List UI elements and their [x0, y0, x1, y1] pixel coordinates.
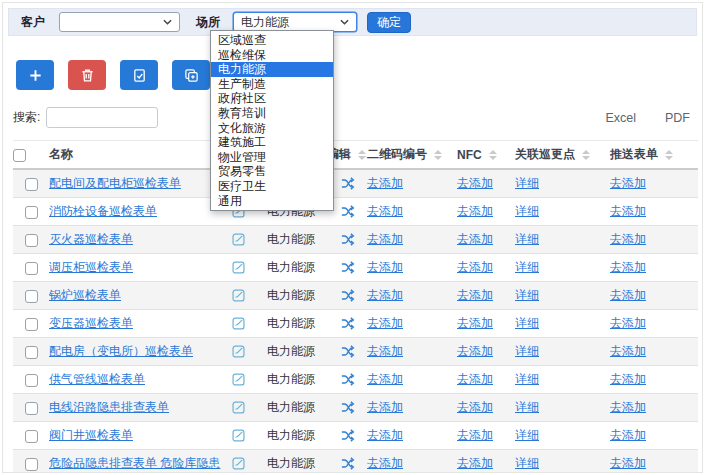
place-option[interactable]: 电力能源	[211, 62, 333, 77]
edit-icon[interactable]	[340, 176, 355, 191]
edit-icon[interactable]	[340, 400, 355, 415]
edit-icon[interactable]	[340, 428, 355, 443]
push-add-link[interactable]: 去添加	[610, 260, 646, 274]
row-checkbox[interactable]	[25, 206, 38, 219]
row-checkbox[interactable]	[25, 430, 38, 443]
row-checkbox[interactable]	[25, 262, 38, 275]
export-pdf-link[interactable]: PDF	[665, 111, 690, 125]
preview-icon[interactable]	[231, 456, 246, 471]
patrol-detail-link[interactable]: 详细	[515, 176, 539, 190]
form-name-link[interactable]: 配电房（变电所）巡检表单	[49, 344, 193, 358]
form-name-link[interactable]: 灭火器巡检表单	[49, 232, 133, 246]
edit-icon[interactable]	[340, 204, 355, 219]
edit-icon[interactable]	[340, 316, 355, 331]
row-checkbox[interactable]	[25, 346, 38, 359]
nfc-add-link[interactable]: 去添加	[457, 176, 493, 190]
form-name-link[interactable]: 供气管线巡检表单	[49, 372, 145, 386]
form-name-link[interactable]: 变压器巡检表单	[49, 316, 133, 330]
row-checkbox[interactable]	[25, 234, 38, 247]
form-name-link[interactable]: 电线沿路隐患排查表单	[49, 400, 169, 414]
nfc-add-link[interactable]: 去添加	[457, 400, 493, 414]
add-button[interactable]	[16, 60, 54, 90]
patrol-detail-link[interactable]: 详细	[515, 232, 539, 246]
qr-add-link[interactable]: 去添加	[367, 456, 403, 470]
push-add-link[interactable]: 去添加	[610, 344, 646, 358]
preview-icon[interactable]	[231, 260, 246, 275]
qr-add-link[interactable]: 去添加	[367, 204, 403, 218]
edit-icon[interactable]	[340, 456, 355, 471]
nfc-add-link[interactable]: 去添加	[457, 456, 493, 470]
push-column-header[interactable]: 推送表单	[610, 141, 698, 170]
nfc-add-link[interactable]: 去添加	[457, 372, 493, 386]
row-checkbox[interactable]	[25, 178, 38, 191]
preview-icon[interactable]	[231, 288, 246, 303]
push-add-link[interactable]: 去添加	[610, 204, 646, 218]
qr-add-link[interactable]: 去添加	[367, 232, 403, 246]
export-excel-link[interactable]: Excel	[605, 111, 636, 125]
row-checkbox[interactable]	[25, 458, 38, 471]
nfc-add-link[interactable]: 去添加	[457, 288, 493, 302]
form-name-link[interactable]: 危险品隐患排查表单 危险库隐患	[49, 456, 220, 470]
patrol-detail-link[interactable]: 详细	[515, 344, 539, 358]
preview-icon[interactable]	[231, 372, 246, 387]
patrol-detail-link[interactable]: 详细	[515, 260, 539, 274]
place-select[interactable]: 电力能源	[233, 12, 357, 32]
form-name-link[interactable]: 消防栓设备巡检表单	[49, 204, 157, 218]
nfc-add-link[interactable]: 去添加	[457, 260, 493, 274]
form-name-link[interactable]: 阀门井巡检表单	[49, 428, 133, 442]
place-option[interactable]: 政府社区	[211, 91, 333, 106]
push-add-link[interactable]: 去添加	[610, 428, 646, 442]
place-option[interactable]: 区域巡查	[211, 33, 333, 48]
place-option[interactable]: 通用	[211, 194, 333, 209]
push-add-link[interactable]: 去添加	[610, 316, 646, 330]
sort-icon[interactable]	[434, 150, 442, 160]
nfc-add-link[interactable]: 去添加	[457, 316, 493, 330]
qr-add-link[interactable]: 去添加	[367, 288, 403, 302]
push-add-link[interactable]: 去添加	[610, 232, 646, 246]
sort-icon[interactable]	[582, 150, 590, 160]
push-add-link[interactable]: 去添加	[610, 176, 646, 190]
place-option[interactable]: 医疗卫生	[211, 179, 333, 194]
edit-icon[interactable]	[340, 288, 355, 303]
qr-add-link[interactable]: 去添加	[367, 400, 403, 414]
qr-add-link[interactable]: 去添加	[367, 316, 403, 330]
push-add-link[interactable]: 去添加	[610, 400, 646, 414]
copy-add-button[interactable]	[172, 60, 210, 90]
row-checkbox[interactable]	[25, 290, 38, 303]
nfc-add-link[interactable]: 去添加	[457, 204, 493, 218]
delete-button[interactable]	[68, 60, 106, 90]
form-name-link[interactable]: 配电间及配电柜巡检表单	[49, 176, 181, 190]
patrol-column-header[interactable]: 关联巡更点	[515, 141, 610, 170]
edit-icon[interactable]	[340, 372, 355, 387]
qr-add-link[interactable]: 去添加	[367, 428, 403, 442]
preview-icon[interactable]	[231, 400, 246, 415]
select-all-checkbox[interactable]	[13, 149, 26, 162]
form-name-link[interactable]: 锅炉巡检表单	[49, 288, 121, 302]
form-name-link[interactable]: 调压柜巡检表单	[49, 260, 133, 274]
place-option[interactable]: 生产制造	[211, 77, 333, 92]
place-option[interactable]: 建筑施工	[211, 135, 333, 150]
preview-icon[interactable]	[231, 344, 246, 359]
sort-icon[interactable]	[489, 150, 497, 160]
place-option[interactable]: 巡检维保	[211, 48, 333, 63]
confirm-button[interactable]: 确定	[367, 12, 411, 33]
edit-icon[interactable]	[340, 344, 355, 359]
sort-icon[interactable]	[665, 150, 673, 160]
patrol-detail-link[interactable]: 详细	[515, 288, 539, 302]
row-checkbox[interactable]	[25, 374, 38, 387]
edit-icon[interactable]	[340, 260, 355, 275]
nfc-add-link[interactable]: 去添加	[457, 344, 493, 358]
place-option[interactable]: 贸易零售	[211, 164, 333, 179]
row-checkbox[interactable]	[25, 318, 38, 331]
patrol-detail-link[interactable]: 详细	[515, 372, 539, 386]
patrol-detail-link[interactable]: 详细	[515, 456, 539, 470]
push-add-link[interactable]: 去添加	[610, 372, 646, 386]
patrol-detail-link[interactable]: 详细	[515, 428, 539, 442]
search-input[interactable]	[46, 107, 158, 128]
place-option[interactable]: 文化旅游	[211, 121, 333, 136]
qr-add-link[interactable]: 去添加	[367, 260, 403, 274]
form-check-button[interactable]	[120, 60, 158, 90]
preview-icon[interactable]	[231, 428, 246, 443]
edit-icon[interactable]	[340, 232, 355, 247]
push-add-link[interactable]: 去添加	[610, 456, 646, 470]
